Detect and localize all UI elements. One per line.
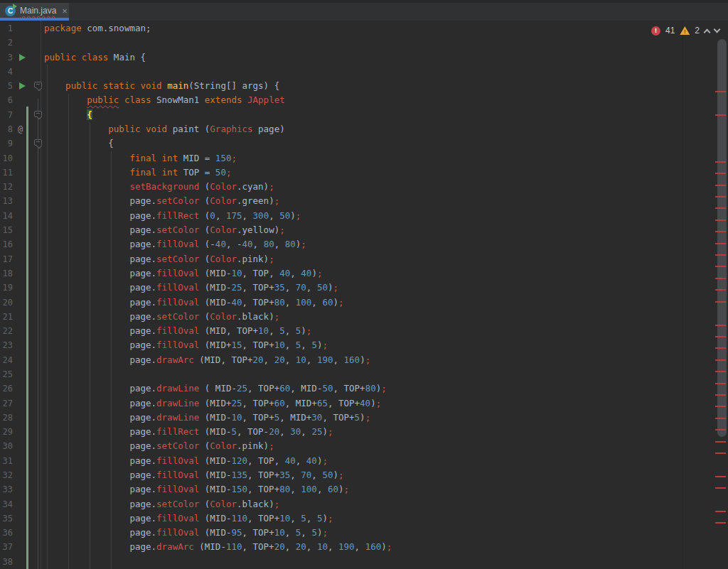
- code-line[interactable]: 13 page.setColor (Color.green);: [0, 194, 728, 208]
- code-line[interactable]: 5 public static void main(String[] args)…: [0, 79, 728, 93]
- line-number[interactable]: 26: [0, 381, 13, 396]
- error-stripe-mark[interactable]: [715, 114, 726, 116]
- code-line[interactable]: 27 page.drawLine (MID+25, TOP+60, MID+65…: [0, 396, 728, 411]
- error-stripe-mark[interactable]: [715, 301, 726, 303]
- code-line[interactable]: 1package com.snowman;: [0, 21, 728, 36]
- line-number[interactable]: 7: [0, 108, 13, 122]
- run-gutter-icon[interactable]: [19, 54, 26, 61]
- code-line[interactable]: 28 page.drawLine (MID-10, TOP+5, MID+30,…: [0, 411, 728, 425]
- line-number[interactable]: 34: [0, 497, 13, 511]
- code-line[interactable]: 9 {: [0, 136, 728, 151]
- line-number[interactable]: 24: [0, 353, 13, 367]
- line-number[interactable]: 35: [0, 511, 13, 526]
- code-line[interactable]: 18 page.fillOval (MID-10, TOP, 40, 40);: [0, 266, 728, 281]
- line-number[interactable]: 30: [0, 439, 13, 453]
- line-number[interactable]: 15: [0, 223, 13, 237]
- error-stripe-mark[interactable]: [715, 243, 726, 244]
- code-line[interactable]: 34 page.setColor (Color.black);: [0, 497, 728, 511]
- line-number[interactable]: 19: [0, 281, 13, 295]
- line-number[interactable]: 10: [0, 151, 13, 166]
- error-stripe-mark[interactable]: [715, 289, 726, 291]
- code-line[interactable]: 11 final int TOP = 50;: [0, 166, 728, 180]
- error-stripe-mark[interactable]: [715, 394, 726, 396]
- code-line[interactable]: 30 page.setColor (Color.pink);: [0, 439, 728, 453]
- code-line[interactable]: 31 page.fillOval (MID-120, TOP, 40, 40);: [0, 454, 728, 468]
- error-stripe-mark[interactable]: [715, 441, 726, 443]
- code-line[interactable]: 8@ public void paint (Graphics page): [0, 122, 728, 136]
- chevron-down-icon next-error-button[interactable]: [714, 26, 721, 33]
- code-line[interactable]: 36 page.fillOval (MID-95, TOP+10, 5, 5);: [0, 526, 728, 540]
- line-number[interactable]: 8: [0, 122, 13, 136]
- code-line[interactable]: 24 page.drawArc (MID, TOP+20, 20, 10, 19…: [0, 353, 728, 367]
- line-number[interactable]: 2: [0, 36, 13, 50]
- line-number[interactable]: 17: [0, 252, 13, 266]
- code-line[interactable]: 35 page.fillOval (MID-110, TOP+10, 5, 5)…: [0, 511, 728, 526]
- line-number[interactable]: 28: [0, 411, 13, 425]
- code-line[interactable]: 15 page.setColor (Color.yellow);: [0, 223, 728, 237]
- chevron-up-icon prev-error-button[interactable]: [704, 28, 711, 36]
- error-stripe-mark[interactable]: [715, 266, 726, 267]
- line-number[interactable]: 14: [0, 209, 13, 223]
- error-stripe-mark[interactable]: [715, 231, 726, 232]
- error-stripe-mark[interactable]: [715, 383, 726, 384]
- error-stripe-mark[interactable]: [715, 196, 726, 197]
- line-number[interactable]: 33: [0, 482, 13, 497]
- code-line[interactable]: 17 page.setColor (Color.pink);: [0, 252, 728, 266]
- code-line[interactable]: 33 page.fillOval (MID-150, TOP+80, 100, …: [0, 482, 728, 497]
- error-stripe-mark[interactable]: [715, 511, 726, 512]
- error-stripe-mark[interactable]: [715, 371, 726, 372]
- error-stripe-mark[interactable]: [715, 220, 726, 221]
- code-line[interactable]: 19 page.fillOval (MID-25, TOP+35, 70, 50…: [0, 281, 728, 295]
- error-stripe-mark[interactable]: [715, 336, 726, 337]
- error-stripe-mark[interactable]: [715, 476, 726, 477]
- error-stripe-mark[interactable]: [715, 418, 726, 419]
- editor-tab-main-java[interactable]: C Main.java ×: [0, 3, 69, 21]
- line-number[interactable]: 22: [0, 324, 13, 338]
- fold-marker-icon[interactable]: [34, 82, 42, 88]
- code-line[interactable]: 26 page.drawLine ( MID-25, TOP+60, MID-5…: [0, 381, 728, 396]
- line-number[interactable]: 12: [0, 180, 13, 194]
- error-stripe-mark[interactable]: [715, 91, 726, 92]
- line-number[interactable]: 9: [0, 136, 13, 151]
- line-number[interactable]: 31: [0, 454, 13, 468]
- code-line[interactable]: 37 page.drawArc (MID-110, TOP+20, 20, 10…: [0, 540, 728, 554]
- line-number[interactable]: 32: [0, 468, 13, 482]
- error-stripe-mark[interactable]: [715, 254, 726, 256]
- fold-marker-icon[interactable]: [34, 111, 42, 117]
- code-line[interactable]: 4: [0, 65, 728, 79]
- code-line[interactable]: 6 public class SnowMan1 extends JApplet: [0, 93, 728, 107]
- error-stripe-mark[interactable]: [715, 359, 726, 361]
- line-number[interactable]: 13: [0, 194, 13, 208]
- code-line[interactable]: 12 setBackground (Color.cyan);: [0, 180, 728, 194]
- error-stripe-mark[interactable]: [715, 429, 726, 430]
- line-number[interactable]: 1: [0, 21, 13, 36]
- code-line[interactable]: 7 {: [0, 108, 728, 122]
- code-line[interactable]: 10 final int MID = 150;: [0, 151, 728, 166]
- error-stripe-mark[interactable]: [715, 347, 726, 349]
- line-number[interactable]: 36: [0, 526, 13, 540]
- error-stripe-mark[interactable]: [715, 278, 726, 279]
- code-line[interactable]: 38: [0, 555, 728, 569]
- code-line[interactable]: 16 page.fillOval (-40, -40, 80, 80);: [0, 237, 728, 251]
- error-stripe-mark[interactable]: [715, 406, 726, 407]
- line-number[interactable]: 38: [0, 555, 13, 569]
- code-line[interactable]: 25: [0, 367, 728, 381]
- line-number[interactable]: 16: [0, 237, 13, 251]
- code-line[interactable]: 3public class Main {: [0, 50, 728, 65]
- tab-close-icon[interactable]: ×: [62, 6, 68, 16]
- error-stripe-mark[interactable]: [715, 173, 726, 174]
- line-number[interactable]: 20: [0, 296, 13, 310]
- run-gutter-icon[interactable]: [19, 82, 26, 90]
- code-line[interactable]: 14 page.fillRect (0, 175, 300, 50);: [0, 209, 728, 223]
- code-line[interactable]: 22 page.fillOval (MID, TOP+10, 5, 5);: [0, 324, 728, 338]
- code-line[interactable]: 23 page.fillOval (MID+15, TOP+10, 5, 5);: [0, 338, 728, 352]
- line-number[interactable]: 29: [0, 425, 13, 439]
- line-number[interactable]: 5: [0, 79, 13, 93]
- line-number[interactable]: 18: [0, 266, 13, 281]
- line-number[interactable]: 4: [0, 65, 13, 79]
- line-number[interactable]: 23: [0, 338, 13, 352]
- code-editor[interactable]: 1package com.snowman;23public class Main…: [0, 21, 728, 569]
- code-line[interactable]: 2: [0, 36, 728, 50]
- line-number[interactable]: 6: [0, 93, 13, 107]
- scrollbar-thumb[interactable]: [717, 39, 727, 437]
